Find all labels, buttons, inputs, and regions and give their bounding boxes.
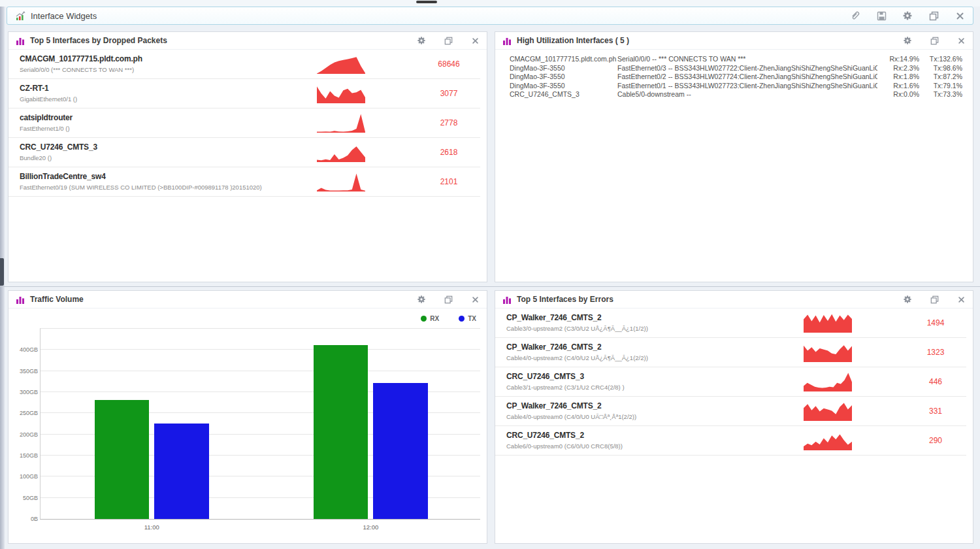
traffic-chart: RX TX 0B50GB100GB150GB200GB250GB300GB350… [8,308,487,543]
panel-title: Top 5 Interfaces by Errors [517,295,613,304]
x-axis-tick: 12:00 [363,524,379,531]
panel-gear-icon[interactable] [902,294,913,305]
iface-row[interactable]: CRC_U7246_CMTS_3Bundle20 () 2618 [8,138,480,167]
interface-description: Serial0/0/0 (*** CONNECTS TO WAN ***) [20,66,142,73]
gridline [41,371,480,371]
panel-close-icon[interactable] [470,35,480,46]
rx-legend-dot [421,316,427,322]
utilization-row[interactable]: DingMao-3F-3550 FastEthernet0/3 -- BSS34… [510,64,962,73]
dropped-count: 2101 [428,177,470,186]
panel-traffic-header: Traffic Volume [8,291,487,308]
error-count: 1323 [915,348,956,357]
dropped-count: 68646 [428,59,470,69]
panel-gear-icon[interactable] [902,35,913,46]
device-name: DingMao-3F-3550 [510,73,617,82]
panel-title: Top 5 Interfaces by Dropped Packets [30,36,167,45]
bar-chart-icon [15,294,25,305]
horizontal-splitter[interactable] [0,286,980,287]
utilization-row[interactable]: CRC_U7246_CMTS_3 Cable5/0-downstream -- … [510,90,962,99]
device-name: DingMao-3F-3550 [510,64,617,73]
iface-row[interactable]: catsipldtrouterFastEthernet1/0 () 2778 [8,108,480,138]
dropped-count: 2778 [428,118,470,127]
panel-popout-icon[interactable] [929,35,939,46]
tx-utilization: Tx:73.3% [919,90,962,99]
bar-chart-icon [502,35,512,46]
interface-description: Cable4/0-upstream2 (C4/0/U2 UÅ¿Â¶Ã__Â¿1(… [506,354,648,361]
bar-rx-12:00 [314,345,368,519]
sparkline-chart [804,342,852,362]
page-title: Interface Widgets [31,11,97,21]
save-icon[interactable] [876,10,887,21]
iface-row[interactable]: CZ-RT-1GigabitEthernet0/1 () 3077 [8,79,480,108]
panel-popout-icon[interactable] [929,294,939,305]
interface-description: Cable5/0-downstream -- [617,90,877,99]
panel-close-icon[interactable] [470,294,480,305]
interface-device-name: BillionTradeCentre_sw4 [20,172,262,181]
bar-tx-12:00 [373,383,427,519]
sparkline-chart [804,313,852,333]
interface-description: Cable3/1-upstream2 (C3/1/U2 CRC4(2/8) ) [506,384,625,391]
attach-icon[interactable] [850,10,860,21]
sparkline-chart [317,172,365,191]
utilization-row[interactable]: DingMao-3F-3550 FastEthernet0/2 -- BSS34… [510,73,962,82]
chart-legend: RX TX [421,315,476,322]
panel-gear-icon[interactable] [416,35,427,46]
interface-device-name: CP_Walker_7246_CMTS_2 [506,313,648,322]
iface-row[interactable]: CP_Walker_7246_CMTS_2Cable3/0-upstream2 … [495,308,966,338]
panel-close-icon[interactable] [956,294,966,305]
dashboard-chart-icon [15,10,25,21]
interface-device-name: CP_Walker_7246_CMTS_2 [506,342,648,352]
gridline [41,349,480,350]
tx-utilization: Tx:98.6% [919,64,962,73]
interface-description: FastEthernet0/3 -- BSS343HLW027722:Clien… [617,64,877,73]
interface-description: Serial0/0/0 -- *** CONNECTS TO WAN *** [617,55,877,64]
iface-row[interactable]: CP_Walker_7246_CMTS_2Cable4/0-upstream2 … [495,338,966,367]
settings-gear-icon[interactable] [902,10,913,21]
top-edge-dash [416,1,437,3]
y-axis-tick: 100GB [12,473,38,480]
utilization-row[interactable]: DingMao-3F-3550 FastEthernet0/1 -- BSS34… [510,82,962,91]
panel-popout-icon[interactable] [443,35,453,46]
y-axis-tick: 50GB [12,495,38,501]
rx-utilization: Rx:14.9% [877,55,919,64]
interface-device-name: CRC_U7246_CMTS_3 [20,142,97,152]
sparkline-chart [317,84,365,103]
interface-device-name: CRC_U7246_CMTS_3 [506,372,625,381]
left-splitter-handle[interactable] [0,258,4,286]
legend-rx[interactable]: RX [421,315,439,322]
iface-row[interactable]: BillionTradeCentre_sw4FastEthernet0/19 (… [8,167,480,197]
restore-window-icon[interactable] [928,10,939,21]
sparkline-chart [317,54,365,74]
bar-chart-icon [502,294,512,305]
y-axis-tick: 200GB [12,431,38,438]
iface-row[interactable]: CP_Walker_7246_CMTS_2Cable4/0-upstream0 … [495,397,966,426]
utilization-table: CMACGM_101777715.pldt.com.ph Serial0/0/0… [495,50,973,99]
tx-utilization: Tx:132.6% [919,55,962,64]
y-axis-tick: 150GB [12,452,38,459]
interface-device-name: CMACGM_101777715.pldt.com.ph [20,54,142,63]
interface-device-name: CZ-RT-1 [20,84,77,93]
error-count: 1494 [915,318,956,327]
panel-errors-header: Top 5 Interfaces by Errors [495,291,973,308]
panel-gear-icon[interactable] [416,294,427,305]
panel-dropped-header: Top 5 Interfaces by Dropped Packets [8,32,487,50]
iface-row[interactable]: CMACGM_101777715.pldt.com.phSerial0/0/0 … [8,50,480,79]
interface-description: Cable6/0-upstream0 (C6/0/U0 CRC8(5/8)) [506,442,623,450]
panel-popout-icon[interactable] [443,294,453,305]
close-icon[interactable] [955,10,965,21]
panel-title: High Utilization Interfaces ( 5 ) [517,36,629,45]
legend-tx[interactable]: TX [459,315,476,322]
iface-row[interactable]: CRC_U7246_CMTS_3Cable3/1-upstream2 (C3/1… [495,367,966,397]
panel-close-icon[interactable] [956,35,966,46]
iface-row[interactable]: CRC_U7246_CMTS_2Cable6/0-upstream0 (C6/0… [495,426,966,456]
sparkline-chart [804,372,852,391]
device-name: CRC_U7246_CMTS_3 [510,90,617,99]
interface-description: Bundle20 () [20,154,97,161]
error-count: 331 [915,407,956,416]
interface-description: Cable3/0-upstream2 (C3/0/U2 UÅ¿Â¶Ã__Â¿1(… [506,325,648,332]
panel-high-utilization: High Utilization Interfaces ( 5 ) CMACGM… [495,31,973,282]
panel-traffic-volume: Traffic Volume RX TX 0B50GB100GB150GB200… [8,290,487,544]
utilization-row[interactable]: CMACGM_101777715.pldt.com.ph Serial0/0/0… [510,55,962,64]
tx-legend-label: TX [468,315,476,322]
device-name: DingMao-3F-3550 [510,82,617,91]
